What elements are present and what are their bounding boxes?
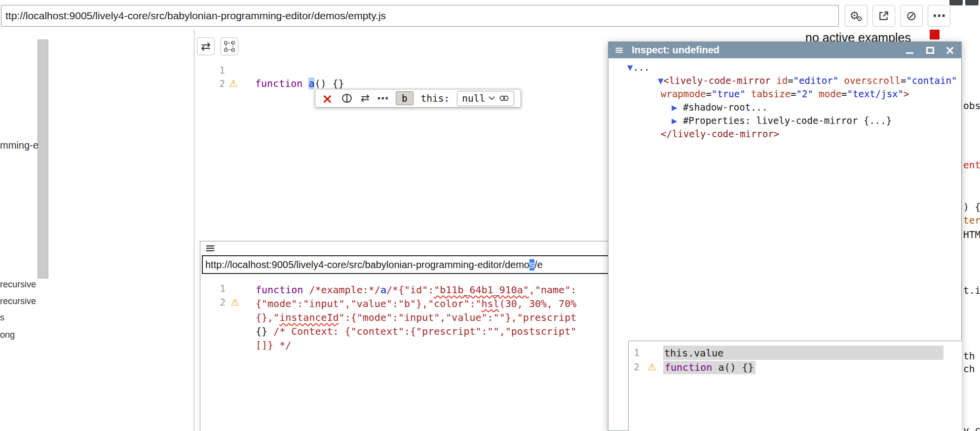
- red-marker: [930, 30, 940, 39]
- maximize-button[interactable]: [923, 42, 938, 58]
- close-button[interactable]: ×: [942, 42, 957, 58]
- close-icon: ×: [945, 44, 955, 56]
- left-list-item[interactable]: recursive: [0, 296, 36, 307]
- warning-icon: ⚠: [230, 297, 239, 307]
- tree-row[interactable]: ▼<lively-code-mirror id="editor" overscr…: [658, 75, 957, 86]
- line-number: 1: [627, 347, 640, 358]
- occluded-code-fragment: ter: [963, 215, 980, 226]
- address-bar-input[interactable]: [1, 5, 839, 27]
- ellipsis-icon: ⋯: [933, 9, 945, 22]
- ban-icon: ⊘: [906, 9, 917, 22]
- left-list-item[interactable]: ong: [0, 330, 15, 340]
- browser-top-bar: ⚙⚙ ⊘ ⋯: [0, 0, 980, 31]
- settings-button[interactable]: ⚙⚙: [845, 5, 867, 27]
- this-label: this:: [421, 93, 450, 104]
- code-line[interactable]: {},"instanceId":{"mode":"input","value":…: [256, 311, 576, 324]
- transform-select-icon: [224, 40, 235, 52]
- code-line[interactable]: function a() {}: [255, 77, 344, 90]
- minimize-button[interactable]: [902, 42, 917, 58]
- tree-row[interactable]: wrapmode="true" tabsize="2" mode="text/j…: [661, 88, 909, 99]
- left-scrollbar[interactable]: [38, 39, 48, 278]
- occluded-code-fragment: y.c: [963, 425, 980, 431]
- occluded-code-fragment: t.i: [963, 285, 980, 296]
- occluded-code-fragment: th: [963, 351, 975, 362]
- panel-divider: [194, 30, 194, 431]
- toggle-example-button[interactable]: [340, 93, 353, 103]
- tree-row[interactable]: ▶ #Properties: lively-code-mirror {...}: [672, 115, 892, 126]
- line-number: 2: [213, 297, 226, 308]
- toggle-icon: [340, 93, 353, 103]
- code-line[interactable]: this.value: [664, 347, 723, 360]
- delete-example-button[interactable]: ×: [322, 92, 333, 105]
- code-line[interactable]: {} /* Context: {"context":{"prescript":"…: [256, 324, 576, 338]
- occluded-code-fragment: HTM: [963, 229, 980, 240]
- inspect-titlebar[interactable]: ≡ Inspect: undefined ×: [608, 42, 961, 58]
- more-options-button[interactable]: ⋯: [928, 5, 950, 27]
- occluded-code-fragment: ) {: [963, 201, 980, 213]
- tree-row[interactable]: </lively-code-mirror>: [661, 128, 779, 139]
- url-text: /e: [534, 259, 543, 271]
- url-text: http://localhost:9005/lively4-core/src/b…: [205, 259, 529, 271]
- swap-arrows-icon: ⇄: [201, 40, 211, 52]
- selection-mode-button[interactable]: [221, 38, 238, 55]
- maximize-icon: [926, 47, 934, 54]
- code-line[interactable]: {"mode":"input","value":"b"},"color":"hs…: [256, 297, 576, 311]
- occluded-code-fragment: ent: [963, 159, 980, 171]
- left-list-item[interactable]: s: [0, 313, 4, 323]
- tree-row[interactable]: ▼...: [627, 62, 650, 73]
- this-value-dropdown[interactable]: null: [457, 91, 514, 106]
- probe-widget: × ⇄ ⋯ b this: null: [315, 89, 521, 108]
- occluded-code-fragment: obs: [963, 100, 980, 112]
- left-list-item[interactable]: recursive: [0, 279, 36, 290]
- left-list-title: mming-e: [0, 140, 38, 151]
- tree-row[interactable]: ▶ #shadow-root...: [672, 102, 767, 113]
- warning-icon: ⚠: [647, 362, 656, 372]
- external-link-icon: [878, 10, 889, 21]
- line-number: 1: [212, 65, 225, 76]
- window-menu-icon[interactable]: ≡: [614, 44, 624, 56]
- window-close-button[interactable]: [965, 0, 979, 5]
- line-number: 1: [213, 283, 226, 294]
- code-line[interactable]: function a() {}: [663, 361, 755, 374]
- line-number: 2: [627, 361, 640, 372]
- window-title: Inspect: undefined: [632, 44, 719, 56]
- url-selected-text: s: [529, 259, 534, 271]
- block-button[interactable]: ⊘: [900, 5, 923, 27]
- swap-example-button[interactable]: ⇄: [361, 93, 370, 104]
- occluded-code-fragment: ch: [963, 363, 975, 375]
- swap-connections-button[interactable]: ⇄: [197, 38, 215, 55]
- window-control-button[interactable]: [949, 0, 963, 5]
- gear-icon: ⚙: [857, 15, 863, 22]
- link-icon: [498, 94, 509, 102]
- window-menu-icon[interactable]: ≡: [205, 240, 216, 255]
- editor-window: ≡ http://localhost:9005/lively4-core/src…: [200, 241, 617, 431]
- warning-icon: ⚠: [229, 78, 238, 88]
- mini-code-editor: 1 2 ⚠ this.value function a() {}: [628, 341, 962, 431]
- open-external-button[interactable]: [872, 5, 895, 27]
- file-url-input[interactable]: http://localhost:9005/lively4-core/src/b…: [202, 255, 616, 274]
- chevron-down-icon: [489, 94, 495, 100]
- line-number: 2: [212, 78, 225, 89]
- code-line[interactable]: []} */: [256, 338, 291, 352]
- code-line[interactable]: function /*example:*/a/*{"id":"b11b_64b1…: [256, 283, 576, 297]
- more-example-button[interactable]: ⋯: [377, 93, 388, 104]
- dropdown-value: null: [462, 93, 485, 104]
- example-b-button[interactable]: b: [396, 91, 413, 105]
- minimize-icon: [906, 52, 913, 54]
